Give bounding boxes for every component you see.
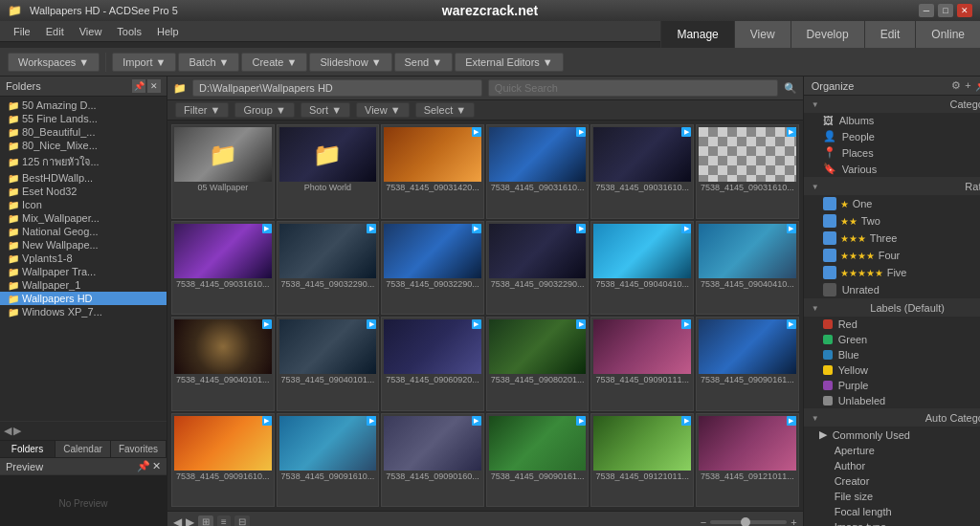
auto-filesize[interactable]: File size xyxy=(804,489,980,504)
auto-categories-header[interactable]: Auto Categories xyxy=(804,409,980,427)
thumb-item[interactable]: ▶ 7538_4145_09121011... xyxy=(590,413,694,508)
categories-header[interactable]: Categories xyxy=(804,96,980,113)
thumb-item[interactable]: ▶ 7538_4145_09032290... xyxy=(277,221,380,316)
thumb-item[interactable]: ▶ 7538_4145_09032290... xyxy=(381,221,484,316)
create-button[interactable]: Create ▼ xyxy=(241,53,307,72)
folder-item[interactable]: 📁Eset Nod32 xyxy=(0,185,167,198)
folder-item[interactable]: 📁National Geog... xyxy=(0,225,167,238)
thumb-item[interactable]: ▶ 7538_4145_09040101... xyxy=(171,317,275,411)
category-various[interactable]: 🔖 Various xyxy=(804,161,980,177)
rating-5[interactable]: ★★★★★ Five xyxy=(804,264,980,281)
select-button[interactable]: Select ▼ xyxy=(415,102,476,118)
menu-view[interactable]: View xyxy=(72,24,110,39)
close-button[interactable]: ✕ xyxy=(957,4,972,17)
thumb-item[interactable]: ▶ 7538_4145_09060920... xyxy=(381,317,484,411)
sort-button[interactable]: Sort ▼ xyxy=(301,102,350,118)
label-yellow[interactable]: Yellow xyxy=(804,362,980,378)
preview-close-button[interactable]: ✕ xyxy=(152,460,161,472)
thumb-item[interactable]: 📁 Photo World xyxy=(277,124,380,219)
rating-4[interactable]: ★★★★ Four xyxy=(804,247,980,264)
menu-file[interactable]: File xyxy=(6,24,38,39)
folder-item[interactable]: 📁Vplants1-8 xyxy=(0,252,167,265)
thumb-item[interactable]: 📁 05 Wallpaper xyxy=(171,124,275,219)
slideshow-button[interactable]: Slideshow ▼ xyxy=(309,53,391,72)
thumb-item[interactable]: ▶ 7538_4145_09091610... xyxy=(171,413,275,508)
scroll-left[interactable]: ◀ xyxy=(4,425,11,437)
auto-aperture[interactable]: Aperture xyxy=(804,443,980,458)
thumb-item[interactable]: ▶ 7538_4145_09031610... xyxy=(590,124,694,219)
menu-edit[interactable]: Edit xyxy=(38,24,72,39)
folder-item[interactable]: 📁Mix_Wallpaper... xyxy=(0,211,167,225)
send-button[interactable]: Send ▼ xyxy=(394,53,454,72)
thumb-item[interactable]: ▶ 7538_4145_09040101... xyxy=(277,317,380,411)
category-albums[interactable]: 🖼 Albums xyxy=(804,113,980,128)
organize-pin[interactable]: 📌 xyxy=(975,79,980,92)
folder-item[interactable]: 📁Icon xyxy=(0,198,167,211)
folder-item[interactable]: 📁Wallpaper_1 xyxy=(0,278,167,292)
thumb-item[interactable]: ▶ 7538_4145_09031420... xyxy=(381,124,484,219)
ratings-header[interactable]: Ratings xyxy=(804,178,980,195)
tab-edit[interactable]: Edit xyxy=(864,21,916,48)
workspaces-button[interactable]: Workspaces ▼ xyxy=(8,53,100,72)
tab-view[interactable]: View xyxy=(734,21,791,48)
scroll-right[interactable]: ▶ xyxy=(13,425,21,437)
label-green[interactable]: Green xyxy=(804,332,980,347)
import-button[interactable]: Import ▼ xyxy=(112,53,176,72)
thumb-item[interactable]: ▶ 7538_4145_09031610... xyxy=(171,221,275,316)
thumb-item[interactable]: ▶ 7538_4145_09031610... xyxy=(486,124,590,219)
rating-2[interactable]: ★★ Two xyxy=(804,212,980,230)
tab-develop[interactable]: Develop xyxy=(791,21,864,48)
folder-item[interactable]: 📁Windows XP_7... xyxy=(0,305,167,318)
label-red[interactable]: Red xyxy=(804,317,980,332)
thumb-item[interactable]: ▶ 7538_4145_09040410... xyxy=(590,221,694,316)
thumb-item[interactable]: ▶ 7538_4145_09090160... xyxy=(381,413,484,508)
labels-header[interactable]: Labels (Default) ⚙ xyxy=(804,299,980,317)
label-purple[interactable]: Purple xyxy=(804,378,980,393)
auto-creator[interactable]: Creator xyxy=(804,473,980,489)
folder-item[interactable]: 📁80_Nice_Mixe... xyxy=(0,139,167,152)
folder-tree[interactable]: 📁50 Amazing D... 📁55 Fine Lands... 📁80_B… xyxy=(0,97,167,421)
view-button[interactable]: View ▼ xyxy=(356,102,410,118)
thumb-item[interactable]: ▶ 7538_4145_09121011... xyxy=(696,413,799,508)
label-unlabeled[interactable]: Unlabeled xyxy=(804,393,980,408)
thumb-item[interactable]: ▶ 7538_4145_09032290... xyxy=(486,221,590,316)
gear-icon[interactable]: ⚙ xyxy=(951,79,961,92)
external-editors-button[interactable]: External Editors ▼ xyxy=(455,53,564,72)
folder-item-selected[interactable]: 📁Wallpapers HD xyxy=(0,292,167,305)
thumb-item[interactable]: ▶ 7538_4145_09031610... xyxy=(696,124,799,219)
category-people[interactable]: 👤 People xyxy=(804,128,980,144)
thumb-item[interactable]: ▶ 7538_4145_09090161... xyxy=(486,413,590,508)
folder-pin-button[interactable]: 📌 xyxy=(132,79,145,93)
preview-pin-button[interactable]: 📌 xyxy=(137,460,150,472)
zoom-out-icon[interactable]: − xyxy=(701,516,706,527)
label-blue[interactable]: Blue xyxy=(804,347,980,362)
view-strip[interactable]: ⊟ xyxy=(234,515,250,526)
zoom-slider[interactable] xyxy=(710,520,787,524)
tab-favorites[interactable]: Favorites xyxy=(111,441,167,457)
folder-item[interactable]: 📁80_Beautiful_... xyxy=(0,125,167,139)
search-input[interactable] xyxy=(488,79,778,97)
rating-1[interactable]: ★ One xyxy=(804,195,980,212)
maximize-button[interactable]: □ xyxy=(938,4,953,17)
nav-back[interactable]: ◀ xyxy=(173,515,182,527)
view-details[interactable]: ≡ xyxy=(217,515,231,526)
rating-unrated[interactable]: Unrated xyxy=(804,281,980,298)
tab-manage[interactable]: Manage xyxy=(660,21,733,48)
auto-imagetype[interactable]: Image type xyxy=(804,519,980,526)
thumb-item[interactable]: ▶ 7538_4145_09090111... xyxy=(590,317,694,411)
auto-focal[interactable]: Focal length xyxy=(804,504,980,519)
group-button[interactable]: Group ▼ xyxy=(234,102,295,118)
menu-tools[interactable]: Tools xyxy=(109,24,149,39)
folder-item[interactable]: 📁New Wallpape... xyxy=(0,238,167,252)
filter-button[interactable]: Filter ▼ xyxy=(175,102,229,118)
rating-3[interactable]: ★★★ Three xyxy=(804,230,980,247)
minimize-button[interactable]: ─ xyxy=(919,4,934,17)
category-places[interactable]: 📍 Places xyxy=(804,144,980,161)
auto-author[interactable]: Author xyxy=(804,458,980,473)
tab-folders[interactable]: Folders xyxy=(0,441,56,457)
batch-button[interactable]: Batch ▼ xyxy=(178,53,239,72)
folder-item[interactable]: 📁BestHDWallp... xyxy=(0,171,167,185)
folder-item[interactable]: 📁Wallpaper Tra... xyxy=(0,265,167,278)
path-input[interactable]: D:\Wallpaper\Wallpapers HD xyxy=(192,79,482,97)
view-thumbs[interactable]: ⊞ xyxy=(198,515,213,526)
